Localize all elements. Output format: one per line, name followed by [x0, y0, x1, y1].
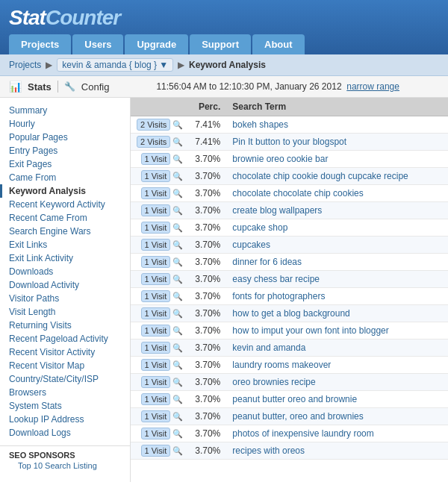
visit-badge: 2 Visits	[137, 136, 170, 148]
search-term-link[interactable]: photos of inexpensive laundry room	[232, 428, 373, 439]
magnifier-icon[interactable]: 🔍	[172, 378, 183, 387]
search-term-link[interactable]: oreo brownies recipe	[232, 377, 315, 387]
search-term-link[interactable]: peanut butter oreo and brownie	[232, 394, 357, 404]
sidebar-item-keyword-analysis[interactable]: Keyword Analysis	[0, 184, 130, 198]
nav-support[interactable]: Support	[190, 34, 251, 54]
narrow-range-link[interactable]: narrow range	[346, 81, 399, 92]
cell-search-term[interactable]: chocolate chip cookie dough cupcake reci…	[226, 168, 448, 185]
magnifier-icon[interactable]: 🔍	[172, 240, 183, 250]
magnifier-icon[interactable]: 🔍	[172, 343, 183, 353]
magnifier-icon[interactable]: 🔍	[172, 172, 183, 181]
cell-search-term[interactable]: oreo brownies recipe	[226, 374, 448, 391]
seo-top10-link[interactable]: Top 10 Search Listing	[9, 460, 121, 472]
cell-search-term[interactable]: Pin It button to your blogspot	[226, 134, 448, 151]
magnifier-icon[interactable]: 🔍	[172, 189, 183, 198]
search-term-link[interactable]: kevin and amanda	[232, 342, 305, 353]
cell-search-term[interactable]: fonts for photographers	[226, 288, 448, 305]
sidebar-item-hourly[interactable]: Hourly	[0, 117, 130, 131]
sidebar-item-recent-pageload[interactable]: Recent Pageload Activity	[0, 332, 130, 345]
magnifier-icon[interactable]: 🔍	[172, 429, 183, 439]
sidebar-item-came-from[interactable]: Came From	[0, 171, 130, 184]
cell-search-term[interactable]: cupcake shop	[226, 219, 448, 237]
search-term-link[interactable]: Pin It button to your blogspot	[232, 137, 346, 147]
search-term-link[interactable]: bokeh shapes	[232, 119, 288, 130]
table-row: 1 Visit🔍3.70%brownie oreo cookie bar	[131, 151, 448, 168]
sidebar-item-downloads[interactable]: Downloads	[0, 265, 130, 278]
magnifier-icon[interactable]: 🔍	[172, 412, 183, 422]
search-term-link[interactable]: how to imput your own font into blogger	[232, 325, 388, 336]
magnifier-icon[interactable]: 🔍	[172, 120, 183, 130]
magnifier-icon[interactable]: 🔍	[172, 206, 183, 216]
cell-search-term[interactable]: how to get a blog background	[226, 305, 448, 322]
sidebar-item-summary[interactable]: Summary	[0, 104, 130, 117]
cell-search-term[interactable]: peanut butter oreo and brownie	[226, 391, 448, 408]
search-term-link[interactable]: fonts for photographers	[232, 291, 325, 301]
nav-projects[interactable]: Projects	[9, 34, 71, 54]
search-term-link[interactable]: laundry rooms makeover	[232, 360, 331, 370]
sidebar-item-search-engine-wars[interactable]: Search Engine Wars	[0, 225, 130, 238]
sidebar-item-exit-links[interactable]: Exit Links	[0, 238, 130, 251]
sidebar-item-recent-visitor-map[interactable]: Recent Visitor Map	[0, 359, 130, 372]
cell-search-term[interactable]: laundry rooms makeover	[226, 357, 448, 374]
sidebar-item-popular-pages[interactable]: Popular Pages	[0, 131, 130, 144]
sidebar-item-lookup-ip[interactable]: Lookup IP Address	[0, 413, 130, 426]
magnifier-icon[interactable]: 🔍	[172, 309, 183, 319]
sidebar-item-returning-visits[interactable]: Returning Visits	[0, 319, 130, 332]
cell-search-term[interactable]: bokeh shapes	[226, 116, 448, 134]
cell-search-term[interactable]: cupcakes	[226, 237, 448, 254]
sidebar-item-country[interactable]: Country/State/City/ISP	[0, 372, 130, 386]
magnifier-icon[interactable]: 🔍	[172, 395, 183, 404]
magnifier-icon[interactable]: 🔍	[172, 446, 183, 456]
magnifier-icon[interactable]: 🔍	[172, 275, 183, 284]
cell-search-term[interactable]: photos of inexpensive laundry room	[226, 425, 448, 442]
sidebar-item-visit-length[interactable]: Visit Length	[0, 305, 130, 319]
sidebar-item-download-logs[interactable]: Download Logs	[0, 426, 130, 439]
search-term-link[interactable]: easy chess bar recipe	[232, 274, 320, 284]
cell-search-term[interactable]: dinner for 6 ideas	[226, 254, 448, 271]
visit-badge: 1 Visit	[141, 204, 171, 216]
magnifier-icon[interactable]: 🔍	[172, 257, 183, 267]
stats-label[interactable]: Stats	[28, 81, 52, 93]
config-label[interactable]: Config	[81, 81, 110, 93]
magnifier-icon[interactable]: 🔍	[172, 292, 183, 301]
cell-search-term[interactable]: chocolate chocolate chip cookies	[226, 185, 448, 202]
magnifier-icon[interactable]: 🔍	[172, 137, 183, 147]
sidebar-item-exit-link-activity[interactable]: Exit Link Activity	[0, 251, 130, 265]
search-term-link[interactable]: peanut butter, oreo and brownies	[232, 411, 363, 422]
cell-search-term[interactable]: create blog wallpapers	[226, 202, 448, 219]
sidebar-item-recent-visitor-activity[interactable]: Recent Visitor Activity	[0, 345, 130, 359]
search-term-link[interactable]: how to get a blog background	[232, 308, 349, 319]
magnifier-icon[interactable]: 🔍	[172, 223, 183, 233]
nav-upgrade[interactable]: Upgrade	[125, 34, 188, 54]
sidebar-item-visitor-paths[interactable]: Visitor Paths	[0, 292, 130, 305]
visit-badge: 1 Visit	[141, 222, 171, 234]
cell-search-term[interactable]: brownie oreo cookie bar	[226, 151, 448, 168]
sidebar-item-browsers[interactable]: Browsers	[0, 386, 130, 399]
sidebar-item-recent-came-from[interactable]: Recent Came From	[0, 211, 130, 225]
search-term-link[interactable]: cupcake shop	[232, 222, 287, 233]
cell-search-term[interactable]: kevin and amanda	[226, 340, 448, 357]
search-term-link[interactable]: chocolate chocolate chip cookies	[232, 188, 363, 198]
cell-search-term[interactable]: recipes with oreos	[226, 442, 448, 460]
sidebar-item-recent-keyword[interactable]: Recent Keyword Activity	[0, 198, 130, 211]
search-term-link[interactable]: cupcakes	[232, 240, 270, 250]
breadcrumb-projects[interactable]: Projects	[9, 60, 41, 70]
magnifier-icon[interactable]: 🔍	[172, 360, 183, 370]
search-term-link[interactable]: recipes with oreos	[232, 445, 305, 456]
nav-users[interactable]: Users	[72, 34, 123, 54]
cell-search-term[interactable]: how to imput your own font into blogger	[226, 322, 448, 340]
search-term-link[interactable]: dinner for 6 ideas	[232, 257, 302, 267]
magnifier-icon[interactable]: 🔍	[172, 154, 183, 164]
search-term-link[interactable]: brownie oreo cookie bar	[232, 154, 328, 164]
search-term-link[interactable]: create blog wallpapers	[232, 205, 322, 216]
search-term-link[interactable]: chocolate chip cookie dough cupcake reci…	[232, 171, 408, 181]
sidebar-item-entry-pages[interactable]: Entry Pages	[0, 144, 130, 157]
breadcrumb-project[interactable]: kevin & amanda { blog } ▼	[57, 58, 173, 72]
sidebar-item-system-stats[interactable]: System Stats	[0, 399, 130, 413]
nav-about[interactable]: About	[252, 34, 305, 54]
cell-search-term[interactable]: peanut butter, oreo and brownies	[226, 408, 448, 425]
cell-search-term[interactable]: easy chess bar recipe	[226, 271, 448, 288]
sidebar-item-exit-pages[interactable]: Exit Pages	[0, 157, 130, 171]
magnifier-icon[interactable]: 🔍	[172, 326, 183, 336]
sidebar-item-download-activity[interactable]: Download Activity	[0, 278, 130, 292]
